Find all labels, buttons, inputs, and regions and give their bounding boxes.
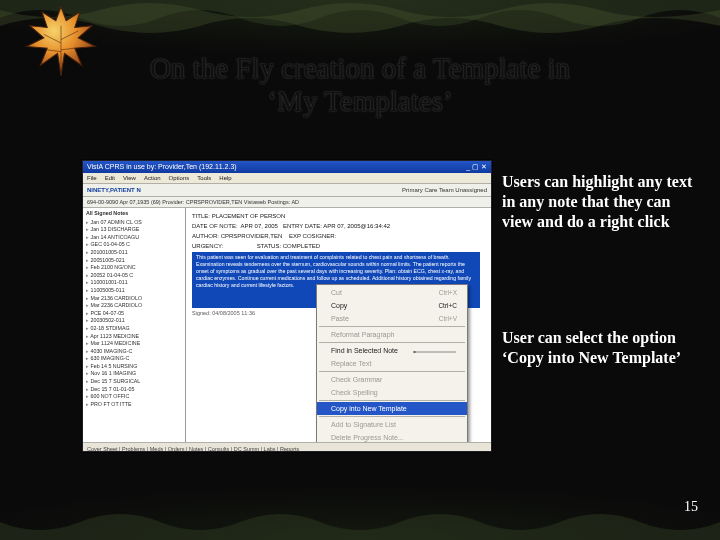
cprs-screenshot: VistA CPRS in use by: Provider,Ten (192.… (82, 160, 492, 452)
menu-shortcut: Ctrl+C (438, 301, 457, 311)
list-item[interactable]: PCE 04-07-05 (86, 310, 182, 318)
list-item[interactable]: GEC 01-04-05 C (86, 241, 182, 249)
menu-item-copy-into-new-template[interactable]: Copy into New Template (317, 402, 467, 415)
list-item[interactable]: 02-18 STDIMAG (86, 325, 182, 333)
menu-item-add-to-signature-list: Add to Signature List (317, 418, 467, 431)
list-item[interactable]: Apr 1123 MEDICINE (86, 333, 182, 341)
list-item[interactable]: Dec 15 7 SURGICAL (86, 378, 182, 386)
list-item[interactable]: Jan 14 ANTICOAGU (86, 234, 182, 242)
notes-tree: All Signed NotesJan 07 ADMIN CL OSJan 13… (83, 208, 186, 442)
menu-file[interactable]: File (87, 175, 97, 181)
menu-item-delete-progress-note: Delete Progress Note... (317, 431, 467, 442)
page-number: 15 (684, 499, 698, 515)
menu-separator (319, 416, 465, 417)
patient-bar: NINETY,PATIENT N Primary Care Team Unass… (83, 184, 491, 197)
maple-leaf-icon (18, 0, 104, 86)
list-item[interactable]: Dec 15 7 01-01-05 (86, 386, 182, 394)
patient-info-bar: 694-00-9090 Apr 07,1935 (69) Provider: C… (83, 197, 491, 208)
window-titlebar: VistA CPRS in use by: Provider,Ten (192.… (83, 161, 491, 173)
note-header-2: DATE OF NOTE: APR 07, 2005 ENTRY DATE: A… (192, 222, 485, 230)
menu-item-copy[interactable]: CopyCtrl+C (317, 299, 467, 312)
menu-shortcut: Ctrl+X (439, 288, 457, 298)
list-item[interactable]: Mar 2136 CARDIOLO (86, 295, 182, 303)
list-item[interactable]: Jan 07 ADMIN CL OS (86, 219, 182, 227)
title-line-2: ‘My Templates’ (267, 85, 452, 117)
note-header-4: URGENCY: STATUS: COMPLETED (192, 242, 485, 250)
context-menu: CutCtrl+XCopyCtrl+CPasteCtrl+VReformat P… (316, 284, 468, 442)
leaf-border-icon (0, 502, 720, 540)
window-controls: _ ▢ ✕ (466, 161, 487, 173)
body: All Signed NotesJan 07 ADMIN CL OSJan 13… (83, 208, 491, 442)
list-item[interactable]: PRO FT OT ITTE (86, 401, 182, 409)
notes-tree-header: All Signed Notes (86, 210, 182, 218)
list-item[interactable]: 11005005-011 (86, 287, 182, 295)
list-item[interactable]: Nov 16 1 IMAGING (86, 370, 182, 378)
title-line-1: On the Fly creation of a Template in (150, 52, 570, 84)
annotation-1: Users can highlight any text in any note… (502, 172, 700, 232)
note-header-3: AUTHOR: CPRSPROVIDER,TEN EXP COSIGNER: (192, 232, 485, 240)
top-leaf-border (0, 0, 720, 38)
list-item[interactable]: 20052 01-04-05 C (86, 272, 182, 280)
list-item[interactable]: 630 IMAGING-C (86, 355, 182, 363)
list-item[interactable]: 110001001-011 (86, 279, 182, 287)
maple-leaf-decoration (18, 0, 104, 86)
visit-info: Primary Care Team Unassigned (402, 187, 487, 193)
menu-item-replace-text: Replace Text (317, 357, 467, 370)
list-item[interactable]: Mar 1124 MEDICINE (86, 340, 182, 348)
callout-arrow-icon (370, 351, 500, 353)
note-viewer: TITLE: PLACEMENT OF PERSON DATE OF NOTE:… (186, 208, 491, 442)
menu-view[interactable]: View (123, 175, 136, 181)
note-header-1: TITLE: PLACEMENT OF PERSON (192, 212, 485, 220)
menu-item-paste: PasteCtrl+V (317, 312, 467, 325)
patient-name: NINETY,PATIENT N (87, 187, 141, 193)
menu-item-check-spelling: Check Spelling (317, 386, 467, 399)
slide-title: On the Fly creation of a Template in ‘My… (0, 52, 720, 119)
menu-separator (319, 342, 465, 343)
annotation-2: User can select the option ‘Copy into Ne… (502, 328, 700, 368)
bottom-tabs: Cover Sheet | Problems | Meds | Orders |… (83, 442, 491, 452)
list-item[interactable]: 20030502-011 (86, 317, 182, 325)
leaf-border-icon (0, 0, 720, 38)
list-item[interactable]: Jan 13 DISCHARGE (86, 226, 182, 234)
window-title: VistA CPRS in use by: Provider,Ten (192.… (87, 161, 237, 173)
slide: On the Fly creation of a Template in ‘My… (0, 0, 720, 540)
menu-action[interactable]: Action (144, 175, 161, 181)
bottom-leaf-border (0, 502, 720, 540)
menu-separator (319, 326, 465, 327)
list-item[interactable]: Feb 2100 NG/ONC (86, 264, 182, 272)
menu-edit[interactable]: Edit (105, 175, 115, 181)
menu-item-cut: CutCtrl+X (317, 286, 467, 299)
menu-item-reformat-paragraph: Reformat Paragraph (317, 328, 467, 341)
list-item[interactable]: Feb 14 5 NURSING (86, 363, 182, 371)
menu-item-check-grammar: Check Grammar (317, 373, 467, 386)
list-item[interactable]: Mar 2236 CARDIOLO (86, 302, 182, 310)
menu-separator (319, 371, 465, 372)
menubar: FileEditViewActionOptionsToolsHelp (83, 173, 491, 184)
menu-help[interactable]: Help (219, 175, 231, 181)
menu-shortcut: Ctrl+V (439, 314, 457, 324)
menu-tools[interactable]: Tools (197, 175, 211, 181)
list-item[interactable]: 20051005-021 (86, 257, 182, 265)
list-item[interactable]: 4030 IMAGING-C (86, 348, 182, 356)
menu-separator (319, 400, 465, 401)
list-item[interactable]: 600 NOT OFFIC (86, 393, 182, 401)
list-item[interactable]: 201001005-011 (86, 249, 182, 257)
menu-options[interactable]: Options (169, 175, 190, 181)
